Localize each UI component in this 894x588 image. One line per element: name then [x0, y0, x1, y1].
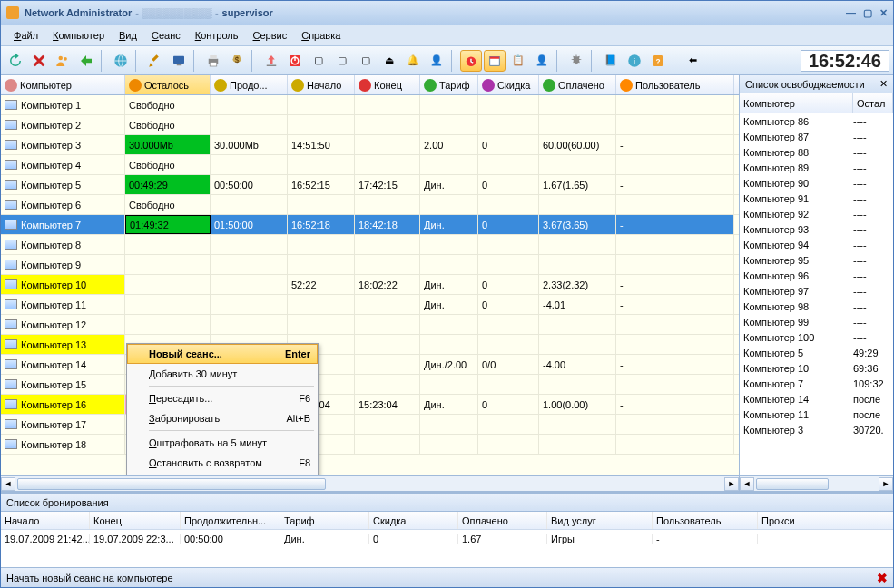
side-row[interactable]: Компьютер 95----	[740, 252, 893, 268]
table-row[interactable]: Компьютер 6Свободно	[1, 195, 739, 215]
exit-button[interactable]: ⬅	[682, 50, 703, 72]
table-row[interactable]: Компьютер 11Дин.0-4.01-	[1, 295, 739, 315]
side-row[interactable]: Компьютер 86----	[740, 113, 893, 129]
user2-button[interactable]: 👤	[426, 50, 447, 72]
table-row[interactable]: Компьютер 500:49:2900:50:0016:52:1517:42…	[1, 175, 739, 195]
book-col[interactable]: Продолжительн...	[181, 512, 280, 529]
side-row[interactable]: Компьютер 87----	[740, 129, 893, 144]
col-6[interactable]: Скидка	[478, 75, 539, 94]
globe-button[interactable]	[110, 50, 132, 72]
monitor-button[interactable]	[168, 50, 190, 72]
side-scroll-left[interactable]: ◄	[740, 477, 754, 491]
side-row[interactable]: Компьютер 98----	[740, 299, 893, 314]
status-close-icon[interactable]: ✖	[877, 571, 888, 585]
user3-button[interactable]: 👤	[531, 50, 553, 72]
side-row[interactable]: Компьютер 96----	[740, 268, 893, 283]
book-col[interactable]: Оплачено	[458, 512, 547, 529]
table-row[interactable]: Компьютер 16Время вышло00:30:0014:53:041…	[1, 395, 739, 415]
close-button[interactable]: ✕	[879, 7, 888, 19]
side-row[interactable]: Компьютер 90----	[740, 175, 893, 191]
col-5[interactable]: Тариф	[420, 75, 478, 94]
users-button[interactable]	[52, 50, 74, 72]
col-0[interactable]: Компьютер	[1, 75, 125, 94]
table-row[interactable]: Компьютер 2Свободно	[1, 115, 739, 135]
menu-файл[interactable]: Файл	[8, 28, 44, 43]
side-scroll-thumb[interactable]	[756, 478, 829, 490]
side-row[interactable]: Компьютер 94----	[740, 237, 893, 252]
gear-button[interactable]	[565, 50, 587, 72]
col-2[interactable]: Продо...	[211, 75, 288, 94]
screens-button[interactable]: ▢	[331, 50, 353, 72]
delete-button[interactable]	[28, 50, 50, 72]
side-row[interactable]: Компьютер 330720.	[740, 422, 893, 437]
menu-item[interactable]: Пересадить...F6	[127, 388, 318, 408]
table-row[interactable]: Компьютер 1052:2218:02:22Дин.02.33(2.32)…	[1, 275, 739, 295]
bell-button[interactable]: 🔔	[402, 50, 424, 72]
book-button[interactable]: 📘	[600, 50, 622, 72]
print-button[interactable]	[202, 50, 224, 72]
book-col[interactable]: Конец	[90, 512, 181, 529]
eject-button[interactable]: ⏏	[378, 50, 400, 72]
screen-button[interactable]: ▢	[308, 50, 329, 72]
book-col[interactable]: Скидка	[369, 512, 458, 529]
side-row[interactable]: Компьютер 14после	[740, 391, 893, 407]
side-row[interactable]: Компьютер 88----	[740, 144, 893, 160]
menu-item[interactable]: ЗабронироватьAlt+B	[127, 408, 318, 428]
book-col[interactable]: Начало	[1, 512, 90, 529]
side-row[interactable]: Компьютер 91----	[740, 191, 893, 206]
side-row[interactable]: Компьютер 99----	[740, 314, 893, 329]
side-row[interactable]: Компьютер 97----	[740, 283, 893, 299]
table-row[interactable]: Компьютер 12	[1, 315, 739, 335]
alarm-button[interactable]	[460, 50, 482, 72]
menu-компьютер[interactable]: Компьютер	[47, 28, 110, 43]
refresh-button[interactable]	[5, 50, 26, 72]
help-button[interactable]: ?	[647, 50, 669, 72]
menu-вид[interactable]: Вид	[113, 28, 142, 43]
side-row[interactable]: Компьютер 100----	[740, 329, 893, 345]
money-button[interactable]: $	[226, 50, 248, 72]
schedule-button[interactable]	[484, 50, 506, 72]
side-row[interactable]: Компьютер 93----	[740, 221, 893, 237]
side-row[interactable]: Компьютер 89----	[740, 160, 893, 175]
broom-button[interactable]	[144, 50, 166, 72]
menu-сервис[interactable]: Сервис	[248, 28, 293, 43]
side-row[interactable]: Компьютер 7109:32	[740, 376, 893, 391]
side-grid[interactable]: Компьютер 86----Компьютер 87----Компьюте…	[740, 113, 893, 475]
table-row[interactable]: Компьютер 8	[1, 235, 739, 255]
menu-контроль[interactable]: Контроль	[190, 28, 244, 43]
book-col[interactable]: Тариф	[280, 512, 369, 529]
book-col[interactable]: Прокси	[758, 512, 830, 529]
side-col-computer[interactable]: Компьютер	[740, 93, 853, 113]
menu-item[interactable]: Оштрафовать на 5 минут	[127, 433, 318, 453]
table-row[interactable]: Компьютер 17Свободно	[1, 415, 739, 435]
table-row[interactable]: Компьютер 1452:39Дин./2.000/0-4.00-	[1, 355, 739, 375]
table-row[interactable]: Компьютер 1Свободно	[1, 95, 739, 115]
booking-row[interactable]: 19.07.2009 21:42...19.07.2009 22:3...00:…	[1, 530, 893, 548]
menu-сеанс[interactable]: Сеанс	[146, 28, 186, 43]
side-row[interactable]: Компьютер 11после	[740, 407, 893, 422]
minimize-button[interactable]: —	[846, 7, 856, 19]
table-row[interactable]: Компьютер 4Свободно	[1, 155, 739, 175]
power-button[interactable]	[284, 50, 306, 72]
side-row[interactable]: Компьютер 1069:36	[740, 360, 893, 376]
table-row[interactable]: Компьютер 15	[1, 375, 739, 395]
copy-button[interactable]: ▢	[355, 50, 377, 72]
table-row[interactable]: Компьютер 9	[1, 255, 739, 275]
table-row[interactable]: Компьютер 701:49:3201:50:0016:52:1818:42…	[1, 215, 739, 235]
table-row[interactable]: Компьютер 18Свободно	[1, 435, 739, 455]
side-scroll-right[interactable]: ►	[879, 477, 893, 491]
side-row[interactable]: Компьютер 92----	[740, 206, 893, 221]
col-4[interactable]: Конец	[355, 75, 420, 94]
table-row[interactable]: Компьютер 13	[1, 335, 739, 355]
book-col[interactable]: Пользователь	[653, 512, 758, 529]
side-close-button[interactable]: ✕	[879, 78, 888, 90]
menu-item[interactable]: Новый сеанс...Enter	[127, 344, 318, 364]
col-8[interactable]: Пользователь	[616, 75, 734, 94]
main-grid[interactable]: Компьютер 1СвободноКомпьютер 2СвободноКо…	[1, 95, 739, 475]
menu-справка[interactable]: Справка	[296, 28, 346, 43]
info-button[interactable]: i	[624, 50, 645, 72]
main-hscroll[interactable]: ◄ ►	[1, 475, 739, 491]
col-7[interactable]: Оплачено	[539, 75, 616, 94]
scroll-left-button[interactable]: ◄	[1, 477, 15, 491]
upload-button[interactable]	[260, 50, 282, 72]
